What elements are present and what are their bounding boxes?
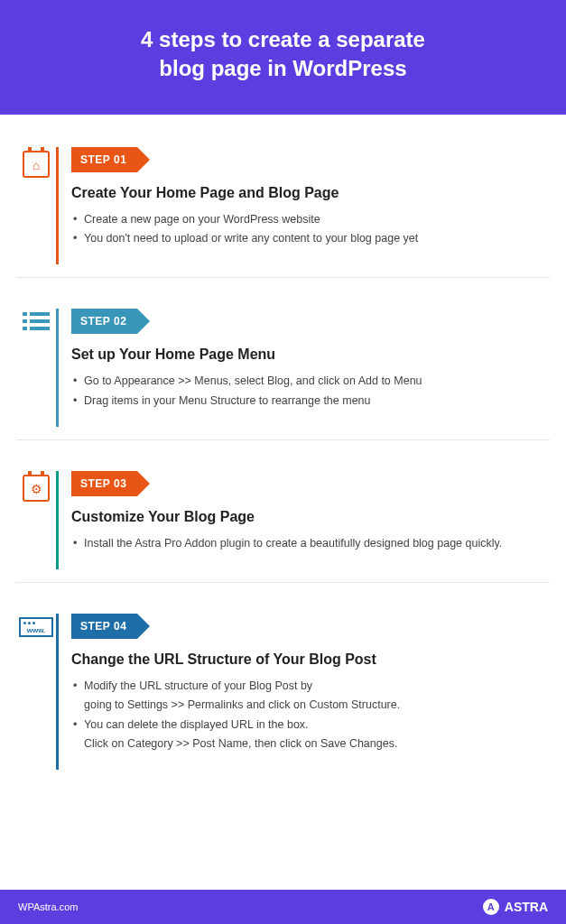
title-line-1: 4 steps to create a separate: [141, 27, 425, 51]
step-2-title: Set up Your Home Page Menu: [71, 346, 550, 363]
list-item: You can delete the displayed URL in the …: [71, 716, 550, 754]
page-title: 4 steps to create a separate blog page i…: [18, 25, 548, 84]
content-area: STEP 01 Create Your Home Page and Blog P…: [0, 115, 566, 890]
calendar-gear-icon: [23, 475, 50, 502]
divider: [16, 277, 550, 278]
step-2: STEP 02 Set up Your Home Page Menu Go to…: [16, 309, 550, 427]
step-3-title: Customize Your Blog Page: [71, 509, 550, 525]
step-4-icon-col: www.: [16, 614, 56, 637]
page-header: 4 steps to create a separate blog page i…: [0, 0, 566, 115]
step-3-badge: STEP 03: [71, 471, 137, 496]
step-3-icon-col: [16, 471, 56, 502]
list-item: Go to Appearance >> Menus, select Blog, …: [71, 372, 550, 391]
page-footer: WPAstra.com A ASTRA: [0, 890, 566, 924]
calendar-home-icon: [23, 151, 50, 178]
step-3-list: Install the Astra Pro Addon plugin to cr…: [71, 534, 550, 553]
divider: [16, 582, 550, 583]
title-line-2: blog page in WordPress: [159, 56, 406, 80]
step-1-title: Create Your Home Page and Blog Page: [71, 185, 550, 201]
step-4-body: STEP 04 Change the URL Structure of Your…: [56, 614, 550, 770]
list-item: Modify the URL structure of your Blog Po…: [71, 677, 550, 716]
step-4-list: Modify the URL structure of your Blog Po…: [71, 677, 550, 753]
step-2-body: STEP 02 Set up Your Home Page Menu Go to…: [56, 309, 550, 427]
step-1-icon-col: [16, 147, 56, 178]
menu-list-icon: [23, 312, 50, 330]
step-4: www. STEP 04 Change the URL Structure of…: [16, 614, 550, 770]
step-4-badge: STEP 04: [71, 614, 137, 639]
astra-logo-icon: A: [483, 899, 499, 915]
footer-brand: A ASTRA: [483, 899, 548, 915]
list-item: Install the Astra Pro Addon plugin to cr…: [71, 534, 550, 553]
step-2-badge: STEP 02: [71, 309, 137, 334]
divider: [16, 439, 550, 440]
brand-name: ASTRA: [505, 900, 548, 914]
list-item: You don't need to upload or write any co…: [71, 229, 550, 248]
list-item: Create a new page on your WordPress webs…: [71, 210, 550, 229]
step-3: STEP 03 Customize Your Blog Page Install…: [16, 471, 550, 569]
step-1-list: Create a new page on your WordPress webs…: [71, 210, 550, 249]
step-4-title: Change the URL Structure of Your Blog Po…: [71, 651, 550, 668]
step-1: STEP 01 Create Your Home Page and Blog P…: [16, 147, 550, 265]
step-3-body: STEP 03 Customize Your Blog Page Install…: [56, 471, 550, 569]
step-1-body: STEP 01 Create Your Home Page and Blog P…: [56, 147, 550, 265]
browser-www-icon: www.: [19, 617, 53, 637]
list-item: Drag items in your Menu Structure to rea…: [71, 392, 550, 411]
step-2-icon-col: [16, 309, 56, 330]
step-1-badge: STEP 01: [71, 147, 137, 172]
footer-site: WPAstra.com: [18, 901, 78, 912]
step-2-list: Go to Appearance >> Menus, select Blog, …: [71, 372, 550, 411]
